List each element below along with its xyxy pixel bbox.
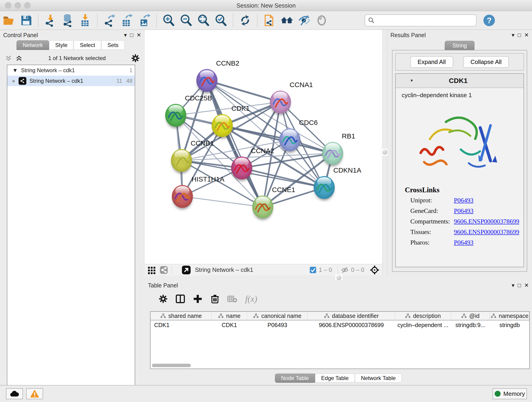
- column-header-database-identifier[interactable]: database identifier: [308, 312, 395, 320]
- home-view-icon[interactable]: [280, 13, 294, 27]
- help-icon[interactable]: ?: [482, 13, 496, 27]
- export-image-icon[interactable]: [137, 13, 152, 27]
- table-row[interactable]: CDK1CDK1P064939606.ENSP00000378699cyclin…: [151, 320, 529, 330]
- expand-all-icon[interactable]: [15, 54, 23, 62]
- export-table-icon[interactable]: [120, 13, 134, 27]
- crosslink-value-link[interactable]: 9606.ENSP00000378699: [454, 228, 519, 236]
- save-session-icon[interactable]: [19, 13, 33, 27]
- tab-select[interactable]: Select: [74, 40, 101, 50]
- network-thumbnail-icon[interactable]: [159, 266, 168, 274]
- zoom-selected-icon[interactable]: [214, 13, 228, 27]
- card-expander-icon[interactable]: ▼: [410, 79, 413, 83]
- node-HIST1H1A[interactable]: [172, 185, 193, 208]
- warnings-button[interactable]: [26, 388, 43, 399]
- cell[interactable]: cyclin–dependent ...: [395, 322, 451, 328]
- panel-float-icon[interactable]: □: [518, 282, 521, 288]
- node-CCNB1[interactable]: [171, 149, 192, 172]
- panel-collapse-icon[interactable]: ▾: [124, 32, 127, 38]
- panel-float-icon[interactable]: □: [130, 32, 133, 38]
- crosslink-value-link[interactable]: P06493: [454, 239, 474, 246]
- tab-node-table[interactable]: Node Table: [275, 374, 315, 383]
- selected-checkbox-icon[interactable]: [310, 267, 317, 274]
- apply-layout-icon[interactable]: [238, 13, 252, 27]
- network-canvas[interactable]: CCNB2CCNA1CDC25BCDK1CDC6RB1CCNB1CCNA2CDK…: [145, 30, 382, 264]
- memory-button[interactable]: Memory: [493, 388, 527, 399]
- grid-view-icon[interactable]: [147, 266, 156, 274]
- column-header-description[interactable]: description: [395, 312, 451, 320]
- column-header-name[interactable]: name: [212, 312, 247, 320]
- node-CDK1[interactable]: [212, 114, 233, 137]
- panel-collapse-icon[interactable]: ▾: [512, 282, 514, 288]
- crosslink-value-link[interactable]: 9606.ENSP00000378699: [454, 218, 519, 225]
- node-CDKN1A[interactable]: [314, 176, 335, 199]
- import-network-file-icon[interactable]: [43, 13, 57, 27]
- collapse-all-icon[interactable]: [5, 54, 12, 62]
- edge-HIST1H1A-CCNE1[interactable]: [182, 196, 263, 207]
- crosslink-value-link[interactable]: P06493: [454, 197, 474, 204]
- add-column-icon[interactable]: [193, 294, 203, 304]
- node-CDC6[interactable]: [279, 128, 300, 151]
- tab-edge-table[interactable]: Edge Table: [315, 374, 355, 383]
- tab-network-table[interactable]: Network Table: [355, 374, 402, 383]
- network-row[interactable]: ● String Network – cdk1 11 48: [7, 76, 135, 86]
- node-label-CDK1: CDK1: [231, 104, 250, 112]
- zoom-in-icon[interactable]: [162, 13, 176, 27]
- node-CCNB2[interactable]: [196, 69, 217, 92]
- crosslink-value-link[interactable]: P06493: [454, 207, 474, 215]
- search-box[interactable]: [365, 14, 476, 26]
- network-collection-row[interactable]: ▼ String Network – cdk1 1: [7, 65, 135, 76]
- cell[interactable]: stringdb: [490, 322, 529, 328]
- panel-close-icon[interactable]: ✕: [524, 32, 529, 38]
- delete-column-icon[interactable]: [210, 294, 220, 304]
- export-network-icon[interactable]: [102, 13, 117, 27]
- zoom-out-icon[interactable]: [179, 13, 193, 27]
- crosshair-icon[interactable]: [370, 265, 380, 275]
- show-columns-icon[interactable]: [176, 294, 185, 304]
- node-CCNE1[interactable]: [252, 196, 273, 218]
- panel-close-icon[interactable]: ✕: [524, 282, 529, 288]
- table-settings-gear-icon[interactable]: [158, 294, 168, 303]
- panel-float-icon[interactable]: □: [518, 32, 521, 38]
- edge-CCNB2-CCNA1[interactable]: [207, 80, 280, 102]
- tree-expander-icon[interactable]: ▼: [12, 67, 18, 74]
- node-CCNA1[interactable]: [270, 90, 291, 114]
- tab-style[interactable]: Style: [49, 40, 74, 50]
- column-header-shared-name[interactable]: shared name: [151, 312, 212, 320]
- import-network-database-icon[interactable]: [61, 13, 75, 27]
- node-RB1[interactable]: [322, 142, 343, 165]
- tab-string[interactable]: String: [445, 41, 475, 51]
- vertical-splitter[interactable]: [382, 30, 387, 275]
- cell[interactable]: 9606.ENSP00000378699: [308, 322, 395, 328]
- cloud-button[interactable]: [6, 388, 23, 399]
- node-CCNA2[interactable]: [231, 157, 252, 179]
- cell[interactable]: CDK1: [151, 322, 212, 328]
- horizontal-splitter[interactable]: [145, 275, 532, 280]
- gear-icon[interactable]: [131, 54, 140, 63]
- node-table[interactable]: shared namenamecanonical namedatabase id…: [150, 311, 530, 369]
- cell[interactable]: CDK1: [212, 322, 247, 328]
- node-CDC25B[interactable]: [165, 104, 186, 127]
- birdseye-view-icon[interactable]: [182, 265, 191, 274]
- table-horizontal-scrollbar[interactable]: [152, 364, 191, 367]
- string-import-icon[interactable]: [262, 13, 277, 27]
- panel-collapse-icon[interactable]: ▾: [512, 32, 514, 38]
- panel-close-icon[interactable]: ✕: [137, 32, 141, 38]
- tab-network[interactable]: Network: [17, 40, 49, 50]
- expand-all-button[interactable]: Expand All: [410, 56, 453, 68]
- tab-sets[interactable]: Sets: [101, 40, 125, 50]
- import-table-icon[interactable]: [78, 13, 92, 27]
- zoom-fit-icon[interactable]: [196, 13, 210, 27]
- protein-card-header[interactable]: ▼ CDK1: [396, 74, 524, 88]
- column-header-canonical-name[interactable]: canonical name: [247, 312, 308, 320]
- collapse-all-button[interactable]: Collapse All: [463, 56, 509, 68]
- open-session-icon[interactable]: [2, 13, 16, 27]
- memory-status-dot: [495, 391, 500, 397]
- column-header-namespace[interactable]: namespace: [490, 312, 529, 320]
- network-tree: ▼ String Network – cdk1 1 ● String Netwo…: [7, 65, 135, 402]
- search-input[interactable]: [375, 17, 471, 24]
- cell[interactable]: P06493: [247, 322, 308, 328]
- column-header--id[interactable]: @id: [451, 312, 490, 320]
- hide-selected-icon[interactable]: [297, 13, 311, 27]
- toggle-detail-icon[interactable]: [315, 13, 329, 27]
- cell[interactable]: stringdb:9...: [451, 322, 490, 328]
